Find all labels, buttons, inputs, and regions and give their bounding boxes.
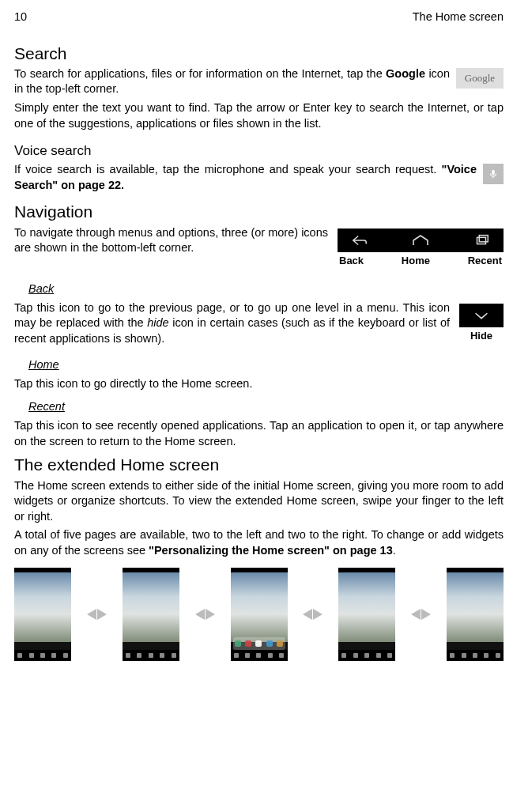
- android-nav-bar: [338, 228, 504, 252]
- swipe-arrows-icon: [303, 609, 323, 620]
- hide-icon-figure: Hide: [459, 304, 504, 343]
- navigation-heading: Navigation: [14, 201, 504, 223]
- swipe-arrows-icon: [87, 609, 107, 620]
- hide-italic: hide: [147, 316, 168, 329]
- text: To search for applications, files or for…: [14, 67, 386, 80]
- text: .: [393, 544, 396, 557]
- home-paragraph: Tap this icon to go directly to the Home…: [14, 376, 504, 392]
- home-page-thumbnail-2: [123, 568, 179, 661]
- hide-label: Hide: [459, 329, 504, 343]
- recent-paragraph: Tap this icon to see recently opened app…: [14, 418, 504, 449]
- nav-bar-labels: Back Home Recent: [338, 254, 504, 268]
- recent-icon: [472, 232, 491, 249]
- recent-label: Recent: [468, 254, 502, 268]
- home-page-thumbnail-1: [14, 568, 71, 661]
- home-page-thumbnail-4: [338, 568, 395, 661]
- extended-home-heading: The extended Home screen: [14, 454, 504, 476]
- home-icon: [411, 232, 430, 249]
- search-paragraph-2: Simply enter the text you want to find. …: [14, 100, 504, 131]
- home-screen-pages-figure: [14, 568, 504, 661]
- extended-paragraph-2: A total of five pages are available, two…: [14, 527, 504, 558]
- search-paragraph-1: To search for applications, files or for…: [14, 66, 504, 97]
- personalizing-ref: "Personalizing the Home screen" on page …: [149, 544, 393, 557]
- google-bold: Google: [386, 67, 425, 80]
- home-page-thumbnail-5: [447, 568, 504, 661]
- google-icon: Google: [456, 68, 504, 89]
- extended-paragraph-1: The Home screen extends to either side o…: [14, 478, 504, 525]
- swipe-arrows-icon: [195, 609, 215, 620]
- swipe-arrows-icon: [411, 609, 431, 620]
- back-label: Back: [339, 254, 364, 268]
- back-paragraph: Tap this icon to go to the previous page…: [14, 300, 504, 347]
- voice-search-paragraph: If voice search is available, tap the mi…: [14, 162, 504, 193]
- hide-icon: [459, 304, 504, 327]
- header-title: The Home screen: [413, 9, 504, 25]
- search-heading: Search: [14, 43, 504, 65]
- microphone-icon: [483, 164, 504, 184]
- home-subheading: Home: [28, 357, 504, 373]
- back-subheading: Back: [28, 281, 504, 297]
- voice-search-heading: Voice search: [14, 142, 504, 161]
- navigation-bar-figure: Back Home Recent: [338, 228, 504, 268]
- back-icon: [350, 232, 369, 249]
- text: If voice search is available, tap the mi…: [14, 163, 442, 176]
- page-header: 10 The Home screen: [14, 9, 504, 25]
- svg-rect-0: [477, 237, 486, 244]
- home-page-thumbnail-center: [231, 568, 288, 661]
- recent-subheading: Recent: [28, 399, 504, 415]
- svg-rect-1: [479, 235, 488, 241]
- home-label: Home: [402, 254, 430, 268]
- page-number: 10: [14, 9, 27, 25]
